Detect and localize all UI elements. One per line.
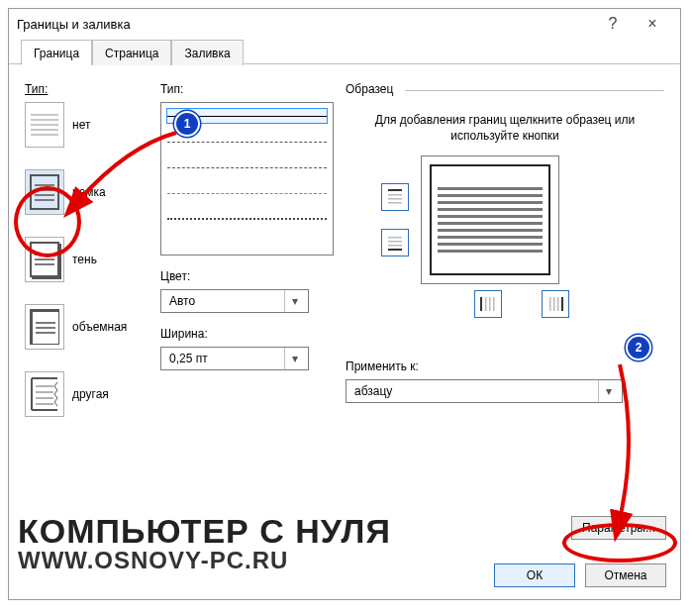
width-field: Ширина: 0,25 пт ▾ (160, 327, 334, 370)
style-column: Тип: Цвет: Авто ▾ Ширина: 0,25 пт ▾ (160, 82, 334, 439)
svg-rect-13 (549, 297, 551, 311)
tab-fill[interactable]: Заливка (171, 40, 243, 65)
preview-sample[interactable] (421, 155, 559, 284)
line-style-dashed-small[interactable] (167, 186, 327, 200)
setting-none-label: нет (72, 118, 90, 132)
border-top-button[interactable] (381, 183, 409, 211)
color-select[interactable]: Авто ▾ (160, 289, 309, 313)
setting-box[interactable]: рамка (25, 169, 148, 215)
borders-shading-dialog: Границы и заливка ? × Граница Страница З… (8, 8, 681, 600)
setting-box-label: рамка (72, 185, 106, 199)
setting-shadow[interactable]: тень (25, 237, 148, 282)
line-style-listbox[interactable] (160, 102, 334, 256)
tab-strip: Граница Страница Заливка (9, 39, 680, 64)
width-label: Ширина: (160, 327, 334, 341)
svg-rect-12 (561, 297, 563, 311)
preview-label-row: Образец (346, 82, 664, 96)
tab-page[interactable]: Страница (92, 40, 171, 65)
setting-column: Тип: нет рамка тень объемная (25, 82, 148, 439)
close-button[interactable]: × (633, 15, 672, 33)
help-button[interactable]: ? (593, 15, 633, 33)
setting-none[interactable]: нет (25, 102, 148, 148)
setting-3d-label: объемная (72, 320, 127, 334)
divider (405, 90, 664, 91)
setting-shadow-label: тень (72, 253, 97, 266)
setting-box-icon (25, 169, 64, 215)
svg-rect-15 (557, 297, 559, 311)
chevron-down-icon: ▾ (284, 290, 304, 312)
preview-hint: Для добавления границ щелкните образец и… (365, 112, 644, 144)
color-field: Цвет: Авто ▾ (160, 269, 334, 313)
svg-rect-8 (480, 297, 482, 311)
setting-custom-icon (25, 371, 64, 417)
svg-rect-1 (388, 194, 402, 196)
svg-rect-10 (489, 297, 491, 311)
line-style-solid[interactable] (167, 109, 327, 123)
ok-button[interactable]: ОК (494, 564, 575, 587)
chevron-down-icon: ▾ (598, 380, 618, 402)
svg-rect-14 (553, 297, 555, 311)
svg-rect-0 (388, 189, 402, 191)
svg-rect-11 (493, 297, 495, 311)
tab-border[interactable]: Граница (21, 40, 92, 65)
cancel-button[interactable]: Отмена (585, 564, 666, 587)
svg-rect-6 (388, 241, 402, 243)
color-label: Цвет: (160, 269, 334, 283)
svg-rect-7 (388, 245, 402, 247)
color-value: Авто (169, 294, 195, 308)
options-button[interactable]: Параметры... (571, 516, 666, 540)
dialog-title: Границы и заливка (17, 17, 593, 32)
line-style-dashed-2[interactable] (167, 160, 327, 174)
preview-area (381, 155, 629, 320)
setting-custom[interactable]: другая (25, 371, 148, 417)
line-style-dashed-1[interactable] (167, 135, 327, 149)
preview-label: Образец (346, 82, 393, 96)
dialog-buttons: ОК Отмена (494, 564, 666, 587)
svg-rect-9 (485, 297, 487, 311)
setting-3d[interactable]: объемная (25, 304, 148, 350)
setting-shadow-icon (25, 237, 64, 282)
svg-rect-3 (388, 202, 402, 204)
setting-none-icon (25, 102, 64, 148)
apply-to-select[interactable]: абзацу ▾ (346, 379, 623, 403)
chevron-down-icon: ▾ (284, 348, 304, 369)
border-right-button[interactable] (542, 290, 569, 318)
setting-3d-icon (25, 304, 64, 350)
setting-label: Тип: (25, 82, 148, 96)
titlebar: Границы и заливка ? × (9, 9, 680, 39)
setting-custom-label: другая (72, 387, 109, 401)
svg-rect-4 (388, 249, 402, 251)
apply-to-label: Применить к: (346, 359, 664, 373)
border-left-button[interactable] (474, 290, 502, 318)
svg-rect-2 (388, 198, 402, 200)
width-value: 0,25 пт (169, 352, 208, 365)
style-label: Тип: (160, 82, 334, 96)
apply-to-field: Применить к: абзацу ▾ (346, 359, 664, 403)
border-bottom-button[interactable] (381, 229, 409, 257)
apply-to-value: абзацу (354, 384, 392, 398)
line-style-dotted[interactable] (167, 212, 327, 226)
preview-column: Образец Для добавления границ щелкните о… (346, 82, 664, 439)
svg-rect-5 (388, 237, 402, 239)
width-select[interactable]: 0,25 пт ▾ (160, 347, 309, 370)
